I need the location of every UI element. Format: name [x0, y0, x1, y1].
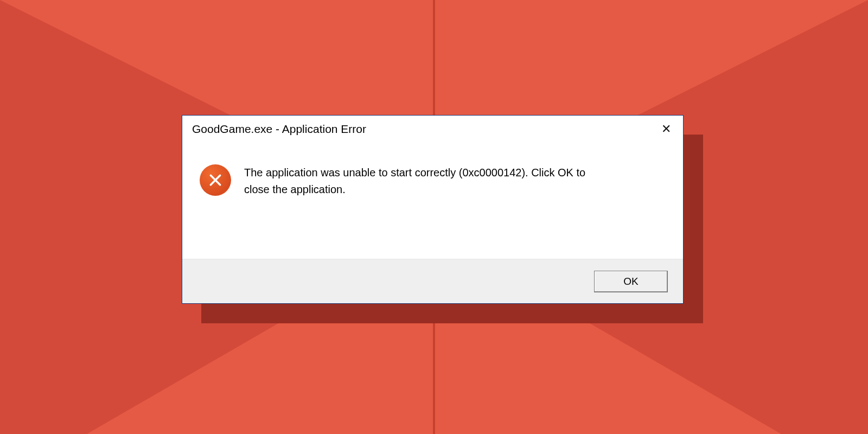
error-dialog: GoodGame.exe - Application Error ✕ The a…: [182, 115, 684, 304]
close-button[interactable]: ✕: [653, 118, 680, 140]
dialog-title: GoodGame.exe - Application Error: [192, 123, 366, 136]
dialog-body: The application was unable to start corr…: [182, 143, 683, 259]
dialog-footer: OK: [182, 259, 683, 303]
error-x-icon: [200, 164, 231, 196]
ok-button[interactable]: OK: [594, 271, 668, 292]
close-icon: ✕: [661, 122, 671, 136]
error-message: The application was unable to start corr…: [244, 163, 613, 198]
dialog-titlebar[interactable]: GoodGame.exe - Application Error ✕: [182, 116, 683, 143]
